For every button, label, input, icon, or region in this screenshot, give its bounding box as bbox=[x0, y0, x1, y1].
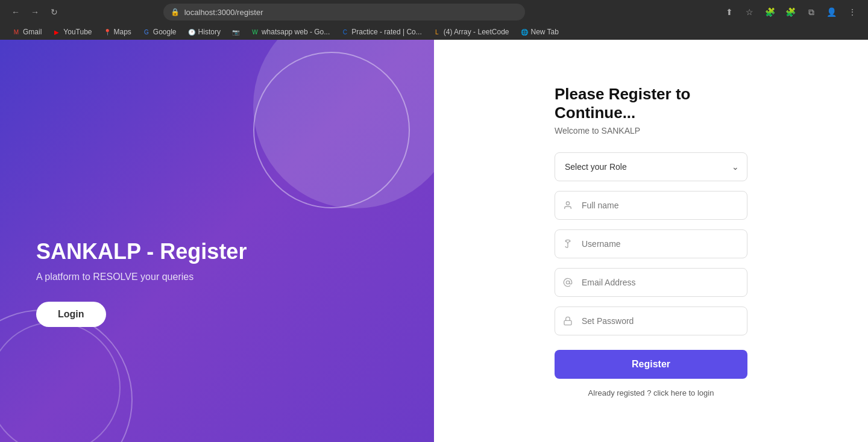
bookmark-leetcode[interactable]: L (4) Array - LeetCode bbox=[428, 26, 514, 37]
right-panel: Please Register to Continue... Welcome t… bbox=[434, 40, 868, 442]
left-title: SANKALP - Register bbox=[36, 239, 398, 264]
extension-puzzle-button[interactable]: 🧩 bbox=[762, 4, 779, 20]
left-panel: SANKALP - Register A platform to RESOLVE… bbox=[0, 40, 434, 442]
bookmark-whatsapp-label: whatsapp web - Go... bbox=[262, 28, 330, 36]
page-content: SANKALP - Register A platform to RESOLVE… bbox=[0, 40, 868, 442]
history-icon: 🕐 bbox=[187, 28, 196, 36]
left-content: SANKALP - Register A platform to RESOLVE… bbox=[36, 239, 398, 327]
fingerprint-icon bbox=[563, 239, 573, 249]
bookmark-history[interactable]: 🕐 History bbox=[183, 26, 225, 37]
bookmark-button[interactable]: ☆ bbox=[741, 4, 758, 20]
youtube-icon: ▶ bbox=[52, 28, 61, 36]
menu-button[interactable]: ⋮ bbox=[844, 4, 861, 20]
bookmark-newtab-label: New Tab bbox=[531, 28, 559, 36]
gmail-icon: M bbox=[12, 28, 20, 36]
google-icon: G bbox=[142, 28, 151, 36]
bookmark-youtube-label: YouTube bbox=[63, 28, 92, 36]
bookmark-maps-label: Maps bbox=[114, 28, 131, 36]
back-button[interactable]: ← bbox=[7, 4, 24, 20]
register-form: Please Register to Continue... Welcome t… bbox=[555, 85, 747, 397]
nav-buttons: ← → ↻ bbox=[7, 4, 63, 20]
svg-point-0 bbox=[566, 202, 569, 205]
codeforces-icon: C bbox=[341, 28, 349, 36]
email-wrapper bbox=[555, 268, 747, 297]
fullname-input[interactable] bbox=[555, 191, 747, 220]
url-display: localhost:3000/register bbox=[184, 8, 263, 17]
whatsapp-icon: W bbox=[251, 28, 259, 36]
role-select[interactable]: Select your Role Student Teacher bbox=[555, 152, 747, 181]
username-group bbox=[555, 229, 747, 258]
lock-icon bbox=[563, 316, 573, 326]
reload-button[interactable]: ↻ bbox=[46, 4, 63, 20]
form-subtitle: Welcome to SANKALP bbox=[555, 126, 747, 135]
profile-button[interactable]: 👤 bbox=[823, 4, 840, 20]
login-link[interactable]: Already registed ? click here to login bbox=[555, 388, 747, 397]
bookmark-google-label: Google bbox=[153, 28, 177, 36]
forward-button[interactable]: → bbox=[27, 4, 43, 20]
bookmark-newtab[interactable]: 🌐 New Tab bbox=[515, 26, 564, 37]
extension-button[interactable]: 🧩 bbox=[782, 4, 799, 20]
password-wrapper bbox=[555, 307, 747, 335]
svg-point-1 bbox=[566, 281, 569, 284]
bookmark-codeforces[interactable]: C Practice - rated | Co... bbox=[336, 26, 427, 37]
svg-rect-2 bbox=[564, 320, 571, 325]
share-button[interactable]: ⬆ bbox=[721, 4, 738, 20]
bookmark-leetcode-label: (4) Array - LeetCode bbox=[444, 28, 509, 36]
role-select-wrapper: Select your Role Student Teacher ⌄ bbox=[555, 152, 747, 181]
browser-actions: ⬆ ☆ 🧩 🧩 ⧉ 👤 ⋮ bbox=[721, 4, 861, 20]
username-input[interactable] bbox=[555, 229, 747, 258]
browser-chrome: ← → ↻ 🔒 localhost:3000/register ⬆ ☆ 🧩 🧩 … bbox=[0, 0, 868, 40]
bookmark-google[interactable]: G Google bbox=[137, 26, 181, 37]
fullname-wrapper bbox=[555, 191, 747, 220]
monosnap-icon: 📷 bbox=[231, 28, 240, 36]
form-title: Please Register to Continue... bbox=[555, 85, 747, 122]
bookmark-maps[interactable]: 📍 Maps bbox=[98, 26, 136, 37]
maps-icon: 📍 bbox=[103, 28, 112, 36]
email-input[interactable] bbox=[555, 268, 747, 297]
lock-icon: 🔒 bbox=[171, 8, 180, 16]
address-bar[interactable]: 🔒 localhost:3000/register bbox=[163, 4, 525, 20]
bookmark-youtube[interactable]: ▶ YouTube bbox=[48, 26, 96, 37]
bookmark-gmail[interactable]: M Gmail bbox=[7, 26, 46, 37]
bookmark-history-label: History bbox=[198, 28, 221, 36]
bookmark-whatsapp[interactable]: W whatsapp web - Go... bbox=[246, 26, 335, 37]
email-group bbox=[555, 268, 747, 297]
left-subtitle: A platform to RESOLVE your queries bbox=[36, 272, 398, 282]
role-group: Select your Role Student Teacher ⌄ bbox=[555, 152, 747, 181]
split-view-button[interactable]: ⧉ bbox=[803, 4, 820, 20]
password-input[interactable] bbox=[555, 307, 747, 335]
bookmark-gmail-label: Gmail bbox=[23, 28, 42, 36]
register-button[interactable]: Register bbox=[555, 350, 747, 379]
browser-toolbar: ← → ↻ 🔒 localhost:3000/register ⬆ ☆ 🧩 🧩 … bbox=[0, 0, 868, 24]
leetcode-icon: L bbox=[433, 28, 441, 36]
username-wrapper bbox=[555, 229, 747, 258]
password-group bbox=[555, 307, 747, 335]
login-button[interactable]: Login bbox=[36, 302, 106, 327]
fullname-group bbox=[555, 191, 747, 220]
email-icon bbox=[563, 278, 573, 287]
bookmarks-bar: M Gmail ▶ YouTube 📍 Maps G Google 🕐 Hist… bbox=[0, 24, 868, 40]
bookmark-monosnap[interactable]: 📷 bbox=[227, 26, 245, 37]
circle-decoration-top-inner bbox=[253, 52, 410, 208]
person-icon bbox=[563, 201, 573, 210]
newtab-icon: 🌐 bbox=[520, 28, 529, 36]
bookmark-codeforces-label: Practice - rated | Co... bbox=[351, 28, 422, 36]
